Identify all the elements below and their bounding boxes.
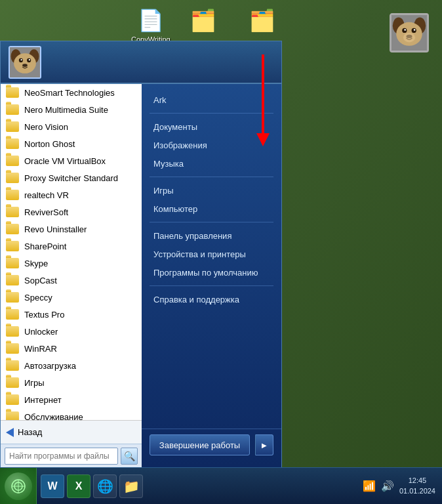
right-item-label-kompyuter: Компьютер	[153, 204, 197, 214]
program-label-nero-vision: Nero Vision	[24, 122, 68, 132]
program-item-neosmart[interactable]: NeoSmart Technologies	[1, 84, 142, 101]
taskbar: W X 🌐 📁 📶 🔊 12:45 01.01.2024	[0, 467, 442, 504]
user-avatar	[9, 46, 41, 79]
start-orb-icon	[5, 472, 32, 500]
program-item-sopcast[interactable]: SopCast	[1, 272, 142, 289]
right-item-label-izobrazheniya: Изображения	[153, 140, 207, 150]
program-item-proxy-switcher[interactable]: Proxy Switcher Standard	[1, 169, 142, 186]
right-item-label-panel-upravleniya: Панель управления	[153, 231, 231, 241]
right-item-ustroystva[interactable]: Устройства и принтеры	[142, 245, 281, 263]
folder-icon	[6, 87, 19, 98]
program-label-realtech-vr: realtech VR	[24, 190, 69, 200]
program-label-speccy: Speccy	[24, 293, 52, 303]
search-button[interactable]: 🔍	[121, 448, 138, 465]
program-item-unlocker[interactable]: Unlocker	[1, 323, 142, 340]
folder-icon	[6, 309, 19, 320]
taskbar-folder-icon[interactable]: 📁	[119, 474, 143, 498]
copywriting-icon: 📄	[138, 8, 164, 33]
right-item-label-dokumenty: Документы	[153, 122, 197, 132]
program-label-avtozagruzka: Автозагрузка	[24, 361, 76, 371]
program-label-nero-multimedia: Nero Multimedia Suite	[24, 105, 108, 115]
folder-icon	[6, 258, 19, 268]
taskbar-tray: 📶 🔊 12:45 01.01.2024	[356, 476, 442, 496]
shutdown-arrow-icon: ▶	[262, 442, 267, 449]
folder-icon	[6, 207, 19, 217]
folder-icon	[6, 156, 19, 166]
folder-icon	[6, 241, 19, 251]
program-item-sharepoint[interactable]: SharePoint	[1, 238, 142, 255]
right-item-ark[interactable]: Ark	[142, 91, 281, 109]
right-item-spravka[interactable]: Справка и поддержка	[142, 290, 281, 308]
program-item-igry[interactable]: Игры	[1, 374, 142, 391]
svg-point-7	[414, 29, 416, 31]
right-item-dokumenty[interactable]: Документы	[142, 117, 281, 136]
program-label-sharepoint: SharePoint	[24, 242, 66, 251]
program-label-skype: Skype	[24, 259, 48, 268]
program-item-speccy[interactable]: Speccy	[1, 289, 142, 306]
program-label-igry: Игры	[24, 378, 45, 388]
program-item-norton-ghost[interactable]: Norton Ghost	[1, 135, 142, 152]
program-label-revo-uninstaller: Revo Uninstaller	[24, 224, 87, 234]
right-item-label-muzyka: Музыка	[153, 159, 184, 169]
tray-time: 12:45	[399, 476, 435, 486]
folder-icon	[6, 411, 19, 420]
right-panel: Ark Документы Изображения Музыка Игры	[142, 84, 281, 467]
program-item-obsluzhivanie[interactable]: Обслуживание	[1, 408, 142, 420]
search-input[interactable]	[5, 448, 118, 465]
avatar	[390, 13, 429, 52]
program-item-realtech-vr[interactable]: realtech VR	[1, 186, 142, 203]
start-menu-content: NeoSmart Technologies Nero Multimedia Su…	[1, 84, 281, 467]
start-button[interactable]	[0, 468, 37, 505]
right-item-izobrazheniya[interactable]: Изображения	[142, 136, 281, 154]
folder-icon	[6, 121, 19, 132]
program-item-internet[interactable]: Интернет	[1, 391, 142, 408]
desktop-icon-folder2[interactable]: 🗂️	[249, 8, 275, 33]
program-item-avtozagruzka[interactable]: Автозагрузка	[1, 357, 142, 374]
program-item-nero-vision[interactable]: Nero Vision	[1, 118, 142, 135]
folder1-icon: 🗂️	[190, 8, 216, 33]
program-item-textus-pro[interactable]: Textus Pro	[1, 306, 142, 323]
program-label-proxy-switcher: Proxy Switcher Standard	[24, 173, 118, 183]
programs-panel: NeoSmart Technologies Nero Multimedia Su…	[1, 84, 142, 467]
right-item-muzyka[interactable]: Музыка	[142, 154, 281, 173]
svg-point-6	[404, 29, 406, 31]
program-label-internet: Интернет	[24, 395, 62, 405]
right-divider-3	[150, 222, 273, 222]
program-item-revo-uninstaller[interactable]: Revo Uninstaller	[1, 220, 142, 238]
tray-date: 01.01.2024	[399, 486, 435, 496]
program-item-skype[interactable]: Skype	[1, 255, 142, 272]
taskbar-excel-icon[interactable]: X	[67, 474, 90, 498]
svg-point-16	[20, 59, 22, 60]
program-item-nero-multimedia[interactable]: Nero Multimedia Suite	[1, 101, 142, 118]
program-label-oracle-vm: Oracle VM VirtualBox	[24, 156, 106, 166]
right-item-igry[interactable]: Игры	[142, 181, 281, 200]
right-item-panel-upravleniya[interactable]: Панель управления	[142, 226, 281, 245]
programs-scroll[interactable]: NeoSmart Technologies Nero Multimedia Su…	[1, 84, 142, 420]
svg-point-17	[29, 59, 30, 60]
back-arrow-icon	[6, 428, 14, 437]
right-item-label-programmy: Программы по умолчанию	[153, 268, 258, 278]
back-button[interactable]: Назад	[1, 420, 142, 444]
program-label-sopcast: SopCast	[24, 276, 57, 285]
tray-volume-icon: 🔊	[381, 480, 394, 492]
taskbar-browser-icon[interactable]: 🌐	[93, 474, 117, 498]
shutdown-arrow-button[interactable]: ▶	[255, 434, 273, 455]
right-divider-4	[150, 285, 273, 286]
svg-point-18	[22, 64, 28, 67]
right-item-label-ark: Ark	[153, 95, 167, 105]
start-menu: NeoSmart Technologies Nero Multimedia Su…	[0, 41, 282, 467]
right-item-programmy[interactable]: Программы по умолчанию	[142, 263, 281, 282]
program-item-winrar[interactable]: WinRAR	[1, 340, 142, 357]
folder2-icon: 🗂️	[249, 8, 275, 33]
shutdown-button[interactable]: Завершение работы	[150, 434, 250, 455]
program-item-oracle-vm[interactable]: Oracle VM VirtualBox	[1, 152, 142, 169]
desktop-icon-folder1[interactable]: 🗂️	[190, 8, 216, 33]
folder-icon	[6, 292, 19, 303]
folder-icon	[6, 360, 19, 371]
program-item-reviversoft[interactable]: ReviverSoft	[1, 203, 142, 220]
taskbar-word-icon[interactable]: W	[41, 474, 64, 498]
tray-network-icon: 📶	[363, 480, 376, 492]
program-label-neosmart: NeoSmart Technologies	[24, 88, 115, 98]
right-item-kompyuter[interactable]: Компьютер	[142, 200, 281, 218]
desktop-icon-copywriting[interactable]: 📄 CopyWriting	[131, 8, 171, 43]
